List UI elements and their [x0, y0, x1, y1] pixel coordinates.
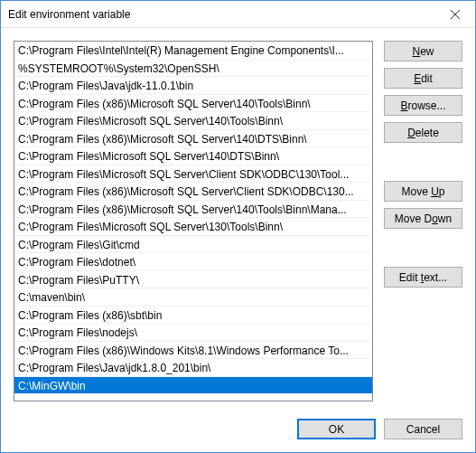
titlebar: Edit environment variable [1, 1, 475, 28]
move-up-button[interactable]: Move Up [384, 181, 462, 202]
path-listbox[interactable]: C:\Program Files\Intel\Intel(R) Manageme… [14, 41, 373, 401]
list-item[interactable]: C:\Program Files\Java\jdk1.8.0_201\bin\ [14, 359, 372, 377]
list-item[interactable]: C:\Program Files (x86)\Microsoft SQL Ser… [14, 183, 372, 201]
close-button[interactable] [434, 1, 475, 27]
list-item[interactable]: %SYSTEMROOT%\System32\OpenSSH\ [14, 60, 372, 78]
list-item[interactable]: C:\Program Files\Intel\Intel(R) Manageme… [14, 42, 372, 60]
list-item[interactable]: C:\Program Files\PuTTY\ [14, 271, 372, 289]
window-title: Edit environment variable [8, 8, 434, 21]
list-item[interactable]: C:\Program Files (x86)\Windows Kits\8.1\… [14, 342, 372, 360]
edit-text-button[interactable]: Edit text... [384, 267, 462, 288]
list-item[interactable]: C:\MinGW\bin [14, 377, 372, 395]
list-item[interactable]: C:\Program Files (x86)\Microsoft SQL Ser… [14, 201, 372, 219]
list-item[interactable]: C:\Program Files\Microsoft SQL Server\14… [14, 147, 372, 165]
list-item[interactable]: C:\Program Files (x86)\sbt\bin [14, 307, 372, 325]
list-item[interactable]: C:\Program Files (x86)\Microsoft SQL Ser… [14, 130, 372, 148]
move-down-button[interactable]: Move Down [384, 208, 462, 229]
dialog-window: Edit environment variable C:\Program Fil… [0, 0, 476, 453]
list-item[interactable]: C:\Program Files\Java\jdk-11.0.1\bin [14, 77, 372, 95]
list-item[interactable]: C:\Program Files\nodejs\ [14, 324, 372, 342]
browse-button[interactable]: Browse... [384, 95, 462, 116]
list-item[interactable]: C:\Program Files\Git\cmd [14, 236, 372, 254]
new-button[interactable]: New [384, 41, 462, 61]
edit-button[interactable]: Edit [384, 68, 462, 89]
dialog-footer: OK Cancel [1, 409, 475, 452]
close-icon [451, 10, 460, 19]
list-item[interactable]: C:\Program Files\Microsoft SQL Server\13… [14, 218, 372, 236]
cancel-button[interactable]: Cancel [384, 419, 462, 439]
list-item[interactable]: C:\Program Files\Microsoft SQL Server\Cl… [14, 165, 372, 184]
delete-button[interactable]: Delete [384, 122, 462, 143]
button-sidebar: New Edit Browse... Delete Move Up Move D… [384, 41, 462, 401]
list-item[interactable]: C:\Program Files (x86)\Microsoft SQL Ser… [14, 95, 372, 113]
ok-button[interactable]: OK [297, 419, 376, 439]
list-item[interactable]: C:\Program Files\dotnet\ [14, 253, 372, 271]
list-item[interactable]: C:\maven\bin\ [14, 288, 372, 307]
list-item[interactable]: C:\Program Files\Microsoft SQL Server\14… [14, 112, 372, 130]
